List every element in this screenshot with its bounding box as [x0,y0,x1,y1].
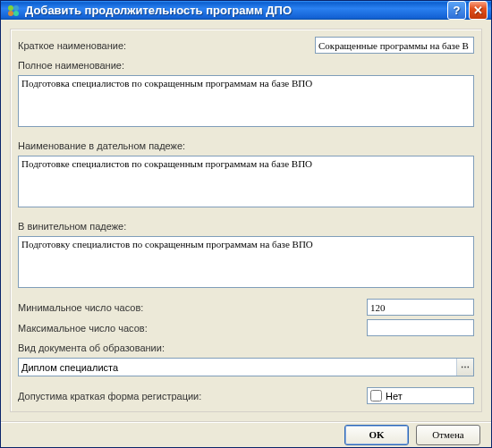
accusative-textarea[interactable] [18,236,474,288]
full-name-textarea[interactable] [18,75,474,127]
short-registration-checkbox[interactable] [370,390,382,402]
short-registration-text: Нет [386,391,403,402]
dialog-body: Краткое наименование: Полное наименовани… [1,20,491,421]
doc-type-combo[interactable]: Диплом специалиста ⋯ [18,358,474,376]
ellipsis-icon[interactable]: ⋯ [456,359,473,376]
cancel-button[interactable]: Отмена [416,425,480,445]
app-icon [6,4,21,18]
svg-point-0 [8,5,13,11]
svg-point-2 [8,11,13,16]
dialog-window: Добавить продолжительность программ ДПО … [0,0,492,448]
dialog-footer: OK Отмена [1,421,491,447]
ok-button[interactable]: OK [344,425,409,445]
max-hours-field[interactable] [367,319,474,336]
svg-point-3 [13,11,19,16]
min-hours-field[interactable] [367,299,474,316]
max-hours-label: Максимальное число часов: [18,323,148,334]
dative-label: Наименование в дательном падеже: [18,140,185,151]
form-group: Краткое наименование: Полное наименовани… [10,29,482,412]
close-button[interactable]: ✕ [469,1,488,20]
title-buttons: ? ✕ [447,1,488,20]
window-title: Добавить продолжительность программ ДПО [25,4,447,17]
full-name-label: Полное наименование: [18,60,124,71]
min-hours-label: Минимальное число часов: [18,302,143,313]
svg-point-1 [13,5,19,11]
title-bar: Добавить продолжительность программ ДПО … [1,1,491,20]
short-name-label: Краткое наименование: [18,40,126,51]
doc-type-label: Вид документа об образовании: [18,342,165,353]
short-name-field[interactable] [315,37,474,54]
accusative-label: В винительном падеже: [18,221,126,232]
help-button[interactable]: ? [447,1,466,20]
short-registration-label: Допустима краткая форма регистрации: [18,391,201,402]
dative-textarea[interactable] [18,156,474,207]
short-registration-field[interactable]: Нет [367,387,474,404]
doc-type-value: Диплом специалиста [19,362,456,373]
